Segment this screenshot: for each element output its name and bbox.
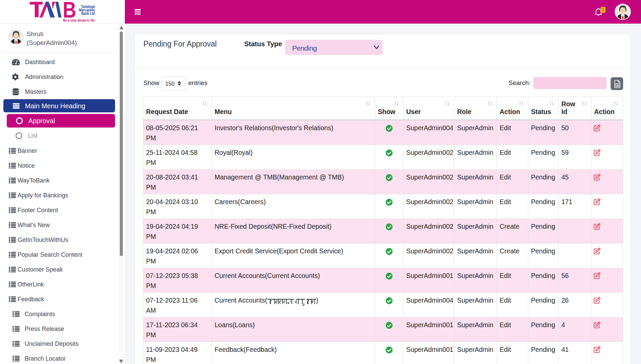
svg-text:x: x	[616, 83, 618, 87]
svg-text:Bank Ltd: Bank Ltd	[81, 11, 95, 16]
svg-text:Be a step ahead in life: Be a step ahead in life	[63, 18, 95, 22]
